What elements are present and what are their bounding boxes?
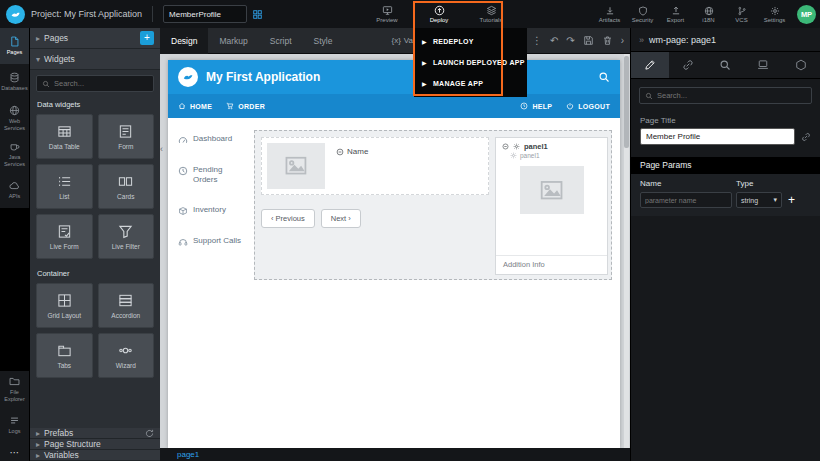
tutorials-button[interactable]: Tutorials	[472, 0, 510, 28]
panel1-widget[interactable]: panel1 panel1 Addition Info	[495, 137, 608, 275]
nav-home[interactable]: HOME	[178, 102, 212, 110]
wavemaker-logo-icon[interactable]	[6, 5, 25, 24]
nav-order[interactable]: ORDER	[226, 102, 265, 110]
security-tab[interactable]	[782, 52, 820, 78]
param-name-input[interactable]	[640, 192, 732, 208]
widget-wizard[interactable]: Wizard	[98, 333, 155, 378]
nav-help[interactable]: HELP	[520, 102, 552, 110]
widget-form[interactable]: Form	[98, 114, 155, 159]
chevron-right-icon: ▸	[36, 440, 40, 449]
sidenav-inventory[interactable]: Inventory	[178, 205, 242, 216]
widget-accordion[interactable]: Accordion	[98, 283, 155, 328]
widget-data-table[interactable]: Data Table	[36, 114, 93, 159]
refresh-icon[interactable]	[145, 429, 154, 438]
page-title-input[interactable]	[640, 128, 795, 145]
bind-icon[interactable]	[336, 148, 344, 156]
chevron-right-icon: ▸	[36, 451, 40, 460]
gear-icon	[510, 152, 517, 159]
user-avatar[interactable]: MP	[797, 5, 816, 24]
widget-live-form[interactable]: Live Form	[36, 214, 93, 259]
collapse-left-panel-icon[interactable]: ‹	[160, 144, 163, 154]
save-icon[interactable]	[583, 35, 594, 46]
search-icon	[645, 92, 653, 100]
deploy-button[interactable]: Deploy	[420, 0, 458, 28]
artifacts-button[interactable]: Artifacts	[594, 6, 625, 23]
rail-item-web-services[interactable]: Web Services	[0, 100, 29, 136]
accordion-icon	[118, 293, 133, 308]
search-gear-icon	[719, 59, 731, 71]
more-vertical-icon[interactable]: ⋮	[532, 36, 542, 46]
redo-icon[interactable]: ↷	[566, 36, 574, 46]
menu-item-redeploy[interactable]: ▶ REDEPLOY	[414, 31, 527, 52]
globe-icon	[704, 6, 714, 16]
gear-icon[interactable]	[513, 143, 520, 150]
page-tab-page1[interactable]: page1	[160, 450, 199, 459]
properties-search-input[interactable]	[657, 91, 806, 100]
more-options-button[interactable]: ⋯	[0, 443, 29, 461]
rail-item-java-services[interactable]: Java Services	[0, 136, 29, 172]
collapse-right-icon[interactable]: ›	[621, 36, 624, 46]
section-widgets[interactable]: ▾ Widgets	[30, 49, 160, 70]
add-page-button[interactable]: +	[140, 31, 154, 45]
rail-item-file-explorer[interactable]: File Explorer	[0, 371, 29, 407]
section-variables[interactable]: ▸ Variables	[30, 450, 160, 461]
tab-markup[interactable]: Markup	[208, 28, 258, 54]
undo-icon[interactable]: ↶	[550, 36, 558, 46]
menu-item-manage-app[interactable]: ▶ MANAGE APP	[414, 73, 527, 94]
section-page-structure[interactable]: ▸ Page Structure	[30, 439, 160, 450]
section-pages[interactable]: ▸ Pages +	[30, 28, 160, 49]
settings-button[interactable]: Settings	[759, 6, 790, 23]
nav-logout[interactable]: LOGOUT	[566, 102, 610, 110]
minus-circle-icon[interactable]	[502, 143, 509, 150]
styles-tab[interactable]	[669, 52, 707, 78]
widget-cards[interactable]: Cards	[98, 164, 155, 209]
trash-icon[interactable]	[602, 35, 613, 46]
sidenav-dashboard[interactable]: Dashboard	[178, 134, 242, 145]
widget-grid-layout[interactable]: Grid Layout	[36, 283, 93, 328]
canvas-scrollbar[interactable]	[624, 54, 629, 448]
security-button[interactable]: Security	[627, 6, 658, 23]
rail-item-apis[interactable]: APIs	[0, 172, 29, 208]
gear-icon	[770, 6, 780, 16]
variables-button[interactable]: {x} Va	[391, 36, 413, 45]
deploy-label: Deploy	[430, 17, 449, 23]
properties-tab[interactable]	[631, 52, 669, 78]
add-param-button[interactable]: +	[786, 194, 797, 206]
deploy-icon	[434, 5, 445, 16]
app-search-icon[interactable]	[598, 71, 610, 83]
search-icon	[42, 80, 50, 88]
next-button[interactable]: Next ›	[321, 209, 361, 228]
link-icon[interactable]	[801, 132, 811, 142]
widget-tabs[interactable]: Tabs	[36, 333, 93, 378]
param-type-select[interactable]: string ▾	[736, 192, 782, 208]
previous-button[interactable]: ‹ Previous	[261, 209, 315, 228]
scrollbar-thumb[interactable]	[624, 56, 629, 148]
tab-design[interactable]: Design	[160, 28, 208, 54]
chevrons-right-icon[interactable]: »	[639, 35, 644, 45]
rail-item-pages[interactable]: Pages	[0, 28, 29, 64]
vcs-button[interactable]: VCS	[726, 6, 757, 23]
preview-button[interactable]: Preview	[368, 0, 406, 28]
menu-item-launch-deployed-app[interactable]: ▶ LAUNCH DEPLOYED APP	[414, 52, 527, 73]
tab-script[interactable]: Script	[259, 28, 303, 54]
rail-item-logs[interactable]: Logs	[0, 407, 29, 443]
security-shield-icon	[638, 6, 648, 16]
section-prefabs[interactable]: ▸ Prefabs	[30, 428, 160, 439]
device-tab[interactable]	[744, 52, 782, 78]
open-page-tab[interactable]: MemberProfile	[163, 5, 247, 23]
inspect-tab[interactable]	[707, 52, 745, 78]
widget-search-input[interactable]	[54, 79, 148, 88]
rail-item-databases[interactable]: Databases	[0, 64, 29, 100]
app-header: My First Application	[168, 60, 620, 94]
export-button[interactable]: Export	[660, 6, 691, 23]
widget-live-filter[interactable]: Live Filter	[98, 214, 155, 259]
pages-grid-icon[interactable]	[252, 9, 263, 20]
widget-list[interactable]: List	[36, 164, 93, 209]
selected-layout-container[interactable]: Name ‹ Previous Next › panel1	[254, 130, 612, 280]
tab-style[interactable]: Style	[303, 28, 344, 54]
params-table-row: string ▾ +	[631, 192, 820, 216]
i18n-button[interactable]: i18N	[693, 6, 724, 23]
sidenav-pending-orders[interactable]: Pending Orders	[178, 165, 242, 185]
sidenav-support-calls[interactable]: Support Calls	[178, 236, 242, 247]
list-widget[interactable]: Name	[261, 137, 489, 195]
